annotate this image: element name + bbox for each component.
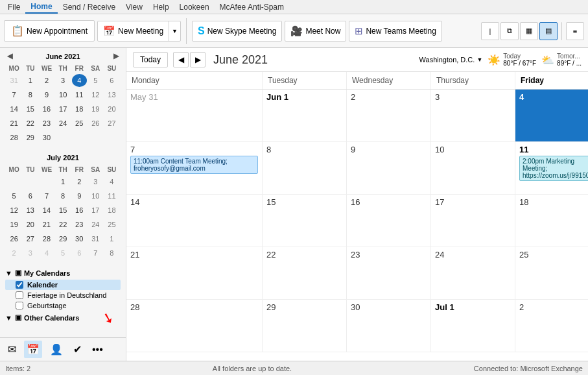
cell-jun24[interactable]: 24 — [431, 247, 515, 299]
cell-may31[interactable]: May 31 — [126, 90, 263, 141]
menu-mcafee[interactable]: McAfee Anti-Spam — [215, 1, 289, 13]
mini-cal-day[interactable]: 1 — [104, 232, 119, 245]
event-marketing[interactable]: 2:00pm Marketing Meeting; https://zoom.u… — [519, 156, 588, 181]
view-work-week-button[interactable]: ⧉ — [500, 22, 519, 40]
mini-cal-day[interactable]: 20 — [104, 103, 119, 115]
geburtstage-checkbox[interactable] — [16, 302, 23, 309]
cell-jun22[interactable]: 22 — [263, 247, 347, 299]
mini-cal-day[interactable]: 3 — [56, 74, 71, 87]
mini-cal-day[interactable]: 14 — [6, 103, 21, 115]
mini-cal-day[interactable]: 19 — [88, 103, 103, 115]
mini-cal-day[interactable]: 21 — [39, 218, 54, 231]
mini-cal-day[interactable]: 4 — [39, 247, 54, 260]
view-week-button[interactable]: ▦ — [520, 22, 538, 40]
mini-cal-day[interactable]: 2 — [72, 175, 87, 188]
mini-cal-day[interactable]: 23 — [72, 218, 87, 231]
mini-cal-day[interactable]: 5 — [6, 189, 21, 202]
location-selector[interactable]: Washington, D.C. ▼ — [419, 56, 483, 64]
mini-cal-june-next[interactable]: ▶ — [112, 52, 121, 60]
mini-cal-day[interactable]: 12 — [88, 88, 103, 101]
mini-cal-day[interactable]: 12 — [6, 204, 21, 217]
new-skype-meeting-button[interactable]: S New Skype Meeting — [192, 21, 282, 42]
view-day-button[interactable]: | — [481, 22, 499, 40]
mini-cal-day[interactable]: 15 — [56, 204, 71, 217]
mini-cal-day[interactable]: 25 — [72, 117, 87, 130]
mini-cal-day[interactable]: 8 — [104, 247, 119, 260]
mini-cal-day[interactable]: 19 — [6, 218, 21, 231]
mini-cal-day[interactable]: 15 — [23, 103, 38, 115]
mini-cal-day[interactable]: 20 — [23, 218, 38, 231]
calendar-nav-icon[interactable]: 📅 — [24, 341, 42, 358]
mini-cal-day[interactable]: 13 — [23, 204, 38, 217]
mini-cal-day[interactable]: 24 — [88, 218, 103, 231]
cell-jun21[interactable]: 21 — [126, 247, 263, 299]
cell-jun18[interactable]: 18 — [515, 195, 588, 247]
menu-lookeen[interactable]: Lookeen — [174, 1, 215, 13]
mini-cal-day[interactable]: 22 — [23, 117, 38, 130]
mini-cal-day[interactable]: 6 — [104, 74, 119, 87]
cell-jun9[interactable]: 9 — [347, 142, 431, 194]
menu-send-receive[interactable]: Send / Receive — [58, 1, 121, 13]
mini-cal-day[interactable]: 16 — [39, 103, 54, 115]
mini-cal-day[interactable]: 9 — [39, 88, 54, 101]
mini-cal-day[interactable]: 1 — [56, 175, 71, 188]
menu-view[interactable]: View — [121, 1, 148, 13]
menu-home[interactable]: Home — [25, 1, 57, 14]
mini-cal-day[interactable]: 6 — [72, 247, 87, 260]
cell-jun25[interactable]: 25 — [515, 247, 588, 299]
mini-cal-day[interactable]: 31 — [88, 232, 103, 245]
mini-cal-day[interactable]: 10 — [88, 189, 103, 202]
cell-jul2[interactable]: 2 — [515, 300, 588, 352]
mini-cal-day[interactable]: 11 — [72, 88, 87, 101]
mini-cal-day[interactable]: 7 — [39, 189, 54, 202]
feiertage-checkbox[interactable] — [16, 291, 23, 299]
cell-jun29[interactable]: 29 — [263, 300, 347, 352]
mini-cal-day[interactable]: 23 — [39, 117, 54, 130]
mini-cal-day[interactable]: 13 — [104, 88, 119, 101]
mini-cal-day[interactable]: 11 — [104, 189, 119, 202]
menu-file[interactable]: File — [3, 1, 25, 13]
cell-jun8[interactable]: 8 — [263, 142, 347, 194]
geburtstage-item[interactable]: Geburtstage — [5, 300, 121, 311]
cell-jun1[interactable]: Jun 1 — [263, 90, 347, 141]
mail-nav-icon[interactable]: ✉ — [5, 341, 19, 358]
mini-cal-day[interactable]: 9 — [72, 189, 87, 202]
mini-cal-day[interactable]: 8 — [56, 189, 71, 202]
mini-cal-day[interactable]: 4 — [72, 74, 87, 87]
mini-cal-day[interactable]: 8 — [23, 88, 38, 101]
mini-cal-day[interactable]: 27 — [23, 232, 38, 245]
mini-cal-day[interactable]: 21 — [6, 117, 21, 130]
cell-jun10[interactable]: 10 — [431, 142, 515, 194]
cell-jun2[interactable]: 2 — [347, 90, 431, 141]
cell-jun16[interactable]: 16 — [347, 195, 431, 247]
new-appointment-button[interactable]: 📋 New Appointment — [4, 20, 95, 42]
mini-cal-day[interactable]: 25 — [104, 218, 119, 231]
mini-cal-day[interactable]: 1 — [23, 74, 38, 87]
cell-jun15[interactable]: 15 — [263, 195, 347, 247]
mini-cal-day[interactable]: 6 — [23, 189, 38, 202]
mini-cal-day[interactable]: 31 — [6, 74, 21, 87]
next-month-button[interactable]: ▶ — [190, 52, 206, 67]
mini-cal-day[interactable]: 14 — [39, 204, 54, 217]
new-teams-meeting-button[interactable]: ⊞ New Teams Meeting — [349, 21, 442, 42]
meet-now-button[interactable]: 🎥 Meet Now — [285, 21, 346, 42]
cell-jun4[interactable]: 4 — [515, 90, 588, 141]
prev-month-button[interactable]: ◀ — [173, 52, 189, 67]
mini-cal-day[interactable]: 5 — [88, 74, 103, 87]
cell-jun23[interactable]: 23 — [347, 247, 431, 299]
cell-jun3[interactable]: 3 — [431, 90, 515, 141]
mini-cal-day[interactable]: 17 — [56, 103, 71, 115]
today-button[interactable]: Today — [133, 52, 168, 67]
cell-jun11[interactable]: 11 2:00pm Marketing Meeting; https://zoo… — [515, 142, 588, 194]
view-month-button[interactable]: ▤ — [539, 22, 558, 40]
new-meeting-button[interactable]: 📅 New Meeting — [98, 21, 169, 41]
kalender-item[interactable]: Kalender — [5, 280, 121, 290]
mini-cal-day[interactable]: 30 — [39, 131, 54, 144]
mini-cal-day[interactable]: 26 — [88, 117, 103, 130]
cell-jun14[interactable]: 14 — [126, 195, 263, 247]
cell-jun17[interactable]: 17 — [431, 195, 515, 247]
cell-jun28[interactable]: 28 — [126, 300, 263, 352]
mini-cal-day[interactable]: 18 — [104, 204, 119, 217]
event-content-team[interactable]: 11:00am Content Team Meeting; froheryoso… — [130, 156, 258, 174]
cell-jun7[interactable]: 7 11:00am Content Team Meeting; froheryo… — [126, 142, 263, 194]
